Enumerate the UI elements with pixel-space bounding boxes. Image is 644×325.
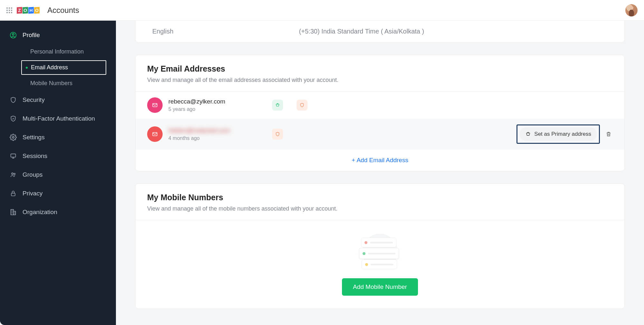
email-row[interactable]: rebecca@zylker.com 5 years ago [136,92,624,119]
logo-letter: Z [17,7,22,14]
svg-rect-3 [11,154,16,157]
avatar[interactable] [625,4,638,16]
svg-point-2 [12,136,14,138]
brand-title: Accounts [47,6,79,15]
sidebar-item-label: Profile [23,32,40,39]
shield-icon [10,96,17,103]
add-email-row: + Add Email Address [136,150,624,171]
sidebar-item-settings[interactable]: Settings [0,128,116,147]
sidebar-item-label: Organization [23,209,57,216]
svg-rect-8 [14,211,15,215]
delete-email-button[interactable] [604,130,613,139]
svg-point-4 [12,173,13,174]
email-row[interactable]: hidden@redacted.com 4 months ago Set as … [136,119,624,150]
sidebar: Profile Personal Information Email Addre… [0,21,116,325]
email-meta: 4 months ago [168,135,259,141]
section-title: My Email Addresses [147,64,613,74]
topbar-left: Z O H O Accounts [6,6,79,15]
users-icon [10,171,17,178]
set-primary-highlight: Set as Primary address [516,124,600,144]
section-head: My Email Addresses View and manage all o… [136,55,624,92]
sidebar-item-privacy[interactable]: Privacy [0,184,116,203]
sidebar-subnav: Personal Information Email Address Mobil… [0,44,116,91]
active-dot-icon [26,67,28,69]
section-title: My Mobile Numbers [147,193,613,202]
mobile-numbers-card: My Mobile Numbers View and manage all of… [135,183,625,309]
email-info: rebecca@zylker.com 5 years ago [168,98,259,112]
set-primary-label: Set as Primary address [534,131,591,137]
sidebar-item-label: Settings [23,134,45,141]
sidebar-item-mfa[interactable]: Multi-Factor Authentication [0,109,116,128]
sidebar-item-label: Sessions [23,153,47,160]
svg-rect-6 [11,193,15,196]
trash-icon [606,131,611,137]
sidebar-item-label: Multi-Factor Authentication [23,115,95,122]
gear-icon [10,134,17,141]
monitor-icon [10,153,17,160]
empty-state-graphic [359,232,401,271]
subnav-personal-info[interactable]: Personal Information [19,44,116,59]
svg-point-1 [12,34,14,35]
add-mobile-number-button[interactable]: Add Mobile Number [342,278,418,296]
empty-state: Add Mobile Number [136,220,624,309]
mail-icon [147,126,163,142]
section-head: My Mobile Numbers View and manage all of… [136,184,624,220]
topbar: Z O H O Accounts [0,0,644,21]
sidebar-item-label: Groups [23,171,43,178]
crown-icon [525,132,531,137]
set-as-primary-button[interactable]: Set as Primary address [519,127,597,141]
email-meta: 5 years ago [168,106,259,112]
recovery-badge-icon [272,129,283,140]
language-value: English [152,28,174,35]
sidebar-item-security[interactable]: Security [0,91,116,109]
subnav-mobile-numbers[interactable]: Mobile Numbers [19,76,116,91]
recovery-badge-icon [297,100,308,111]
zoho-logo: Z O H O [17,7,40,14]
email-address: rebecca@zylker.com [168,98,259,105]
user-circle-icon [10,32,17,39]
sidebar-item-organization[interactable]: Organization [0,203,116,222]
section-desc: View and manage all of the mobile number… [147,205,613,212]
locale-card-partial: English (+5:30) India Standard Time ( As… [135,21,625,43]
sidebar-item-profile[interactable]: Profile [0,26,116,44]
primary-badge-icon [272,100,283,111]
logo-letter: O [34,7,40,14]
sidebar-item-label: Privacy [23,190,43,197]
email-address-redacted: hidden@redacted.com [168,127,259,134]
main-content: English (+5:30) India Standard Time ( As… [116,21,644,325]
email-addresses-card: My Email Addresses View and manage all o… [135,55,625,171]
mail-icon [147,97,163,113]
lock-icon [10,190,17,197]
shield-check-icon [10,115,17,122]
building-icon [10,209,17,216]
svg-point-5 [14,173,15,174]
sidebar-item-label: Security [23,96,45,103]
sidebar-item-sessions[interactable]: Sessions [0,147,116,165]
apps-launcher-icon[interactable] [6,7,12,13]
timezone-value: (+5:30) India Standard Time ( Asia/Kolka… [299,28,424,35]
logo-letter: O [23,7,28,14]
logo-letter: H [28,7,34,14]
subnav-email-address[interactable]: Email Address [21,60,106,75]
add-email-link[interactable]: + Add Email Address [352,157,408,163]
section-desc: View and manage all of the email address… [147,77,613,84]
sidebar-item-groups[interactable]: Groups [0,165,116,184]
email-info: hidden@redacted.com 4 months ago [168,127,259,141]
sub-item-label: Email Address [31,64,68,71]
row-actions: Set as Primary address [516,124,613,144]
